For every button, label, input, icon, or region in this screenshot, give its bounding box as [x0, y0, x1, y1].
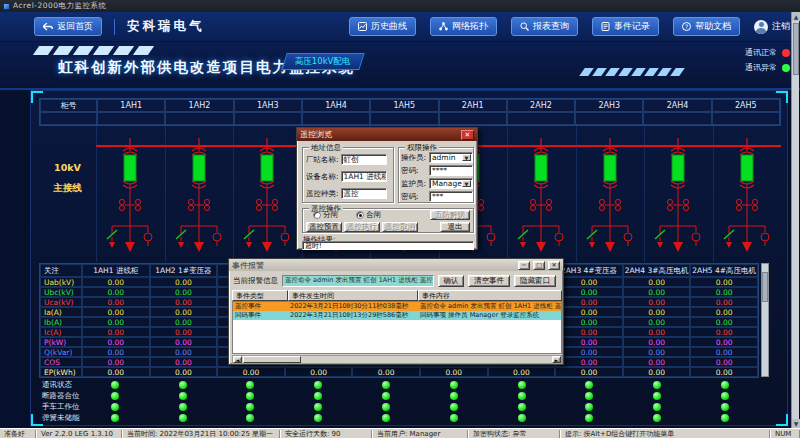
bay-2AH5[interactable] — [713, 138, 782, 262]
exit-button[interactable]: 退出 — [440, 222, 470, 232]
logout-button[interactable]: 注销 — [754, 20, 790, 34]
status-dot — [585, 403, 593, 411]
corner-bracket — [776, 91, 788, 103]
status-dot — [450, 392, 458, 400]
status-dot-cell — [691, 390, 759, 401]
remote-preset-button[interactable]: 遥控预置 — [306, 222, 342, 232]
metric-row-label: P(kW) — [40, 337, 82, 347]
col-event-type[interactable]: 事件类型 — [232, 290, 288, 301]
station-label: 厂站名称: — [306, 155, 339, 165]
status-dot-cell — [556, 401, 624, 412]
event-time: 2022年3月21日10时30分11秒038毫秒 — [288, 302, 418, 311]
breaker-closed-indicator[interactable] — [124, 155, 136, 181]
remote-execute-button[interactable]: 遥控执行 — [344, 222, 380, 232]
chevron-down-icon[interactable]: ▼ — [462, 180, 471, 187]
operator-password-field[interactable]: **** — [429, 165, 473, 176]
status-dot — [518, 403, 526, 411]
current-alarm-banner: 遥控命令 admin 发出预置 虹创 1AH1 进线柜 遥控 开关 分->合命令 — [282, 275, 434, 287]
scroll-thumb[interactable] — [243, 356, 301, 363]
minimize-icon[interactable]: ─ — [518, 261, 530, 270]
station-field[interactable]: 虹创 — [341, 154, 387, 165]
status-dot-cell — [217, 390, 285, 401]
chevron-down-icon[interactable]: ▼ — [462, 154, 471, 161]
col-event-time[interactable]: 事件发生时间 — [288, 290, 418, 301]
event-toolbar: 当前报警信息 遥控命令 admin 发出预置 虹创 1AH1 进线柜 遥控 开关… — [229, 272, 563, 289]
bay-1AH2[interactable] — [165, 138, 234, 262]
guardian-password-field[interactable]: *** — [429, 191, 473, 202]
feeder-arrow-icon — [673, 242, 683, 252]
operator-select[interactable]: admin ▼ — [429, 152, 473, 163]
metric-value: 0.00 — [82, 357, 150, 367]
bay-1AH3[interactable] — [233, 138, 302, 262]
metric-value: 0.00 — [150, 337, 218, 347]
remote-cancel-button[interactable]: 遥控取消 — [382, 222, 418, 232]
dialog-titlebar[interactable]: 遥控浏览 ✕ — [297, 128, 477, 141]
open-radio[interactable] — [313, 211, 321, 219]
five-prevention-unlock-button[interactable]: 五防解锁 — [430, 210, 470, 220]
status-time: 当前时间: 2022年03月21日 10:00:25 星期一 — [122, 430, 280, 438]
status-dot-cell — [284, 379, 352, 390]
clear-events-button[interactable]: 清空事件 — [468, 275, 510, 287]
back-home-button[interactable]: 返回首页 — [34, 17, 102, 36]
guardian-select[interactable]: Manager ▼ — [429, 178, 473, 189]
feeder-bay-symbol — [100, 138, 160, 262]
device-field[interactable]: 1AH1 进线柜 — [341, 171, 387, 182]
history-curve-icon — [358, 22, 367, 31]
metric-value: 0.00 — [555, 317, 623, 327]
scroll-down-icon[interactable]: ▼ — [792, 419, 800, 428]
metric-value: 0.00 — [82, 317, 150, 327]
metric-value: 0.00 — [150, 327, 218, 337]
status-dot — [111, 392, 119, 400]
close-icon[interactable]: ✕ — [461, 130, 474, 140]
address-group: 地址信息 厂站名称: 虹创 设备名称: 1AH1 进线柜 遥控种类: 遥控 — [302, 147, 394, 203]
col-event-content[interactable]: 事件内容 — [418, 290, 562, 301]
event-record-icon — [601, 22, 610, 31]
metric-value: 0.00 — [82, 277, 150, 287]
legend-comm-abnormal: 通讯异常 — [745, 62, 790, 73]
status-dot-grid: 通讯状态断路器合位手车工作位弹簧未储能 — [39, 379, 759, 423]
scroll-up-icon[interactable]: ▲ — [792, 12, 800, 21]
status-ready: 准备好 — [0, 430, 36, 438]
metric-row-label: Ib(A) — [40, 317, 82, 327]
nav-event-record-button[interactable]: 事件记录 — [592, 17, 659, 36]
breaker-closed-indicator[interactable] — [193, 155, 205, 181]
tab-hv-10kv[interactable]: 高压10kV配电 — [281, 53, 365, 70]
app-vertical-scrollbar[interactable]: ▲ ▼ — [791, 12, 799, 428]
scroll-thumb[interactable] — [793, 23, 799, 75]
bay-2AH3[interactable] — [576, 138, 645, 262]
maximize-icon[interactable]: □ — [533, 261, 545, 270]
event-row[interactable]: 回码事件2022年3月21日10时13分29秒586毫秒回码事项 操作员 Man… — [233, 311, 561, 320]
breaker-closed-indicator[interactable] — [672, 155, 684, 181]
breaker-closed-indicator[interactable] — [535, 155, 547, 181]
status-dot — [314, 381, 322, 389]
status-num-lock: NUM — [770, 430, 800, 438]
nav-help-doc-button[interactable]: ? 帮助文档 — [673, 17, 740, 36]
corner-bracket — [776, 414, 788, 426]
breaker-closed-indicator[interactable] — [741, 155, 753, 181]
metric-value: 0.00 — [82, 297, 150, 307]
comm-normal-dot — [782, 49, 790, 57]
metrics-scrollbar[interactable] — [761, 263, 769, 377]
nav-report-query-button[interactable]: 报表查询 — [511, 17, 578, 36]
confirm-button[interactable]: 确认 — [438, 275, 464, 287]
nav-network-topology-button[interactable]: 网络拓扑 — [430, 17, 497, 36]
event-hscrollbar[interactable]: ◄ ► — [232, 355, 562, 364]
dialog-titlebar[interactable]: 事件报警 ─ □ ✕ — [229, 259, 563, 271]
breaker-closed-indicator[interactable] — [261, 155, 273, 181]
scroll-right-icon[interactable]: ► — [552, 356, 561, 363]
close-icon[interactable]: ✕ — [548, 261, 560, 270]
control-kind-field[interactable]: 遥控 — [341, 188, 387, 199]
hide-window-button[interactable]: 隐藏窗口 — [514, 275, 556, 287]
bay-2AH2[interactable] — [507, 138, 576, 262]
event-row[interactable]: 遥控事件2022年3月21日10时30分11秒038毫秒遥控命令 admin 发… — [233, 302, 561, 311]
nav-label: 报表查询 — [533, 20, 569, 33]
status-dot-cell — [623, 401, 691, 412]
bay-2AH4[interactable] — [644, 138, 713, 262]
bay-1AH1[interactable] — [96, 138, 165, 262]
metrics-col-header-9: 2AH5 4#高压电机 — [690, 264, 758, 277]
feeder-arrow-icon — [262, 242, 272, 252]
nav-history-curve-button[interactable]: 历史曲线 — [349, 17, 416, 36]
breaker-closed-indicator[interactable] — [604, 155, 616, 181]
scroll-left-icon[interactable]: ◄ — [233, 356, 242, 363]
close-radio[interactable] — [356, 211, 364, 219]
